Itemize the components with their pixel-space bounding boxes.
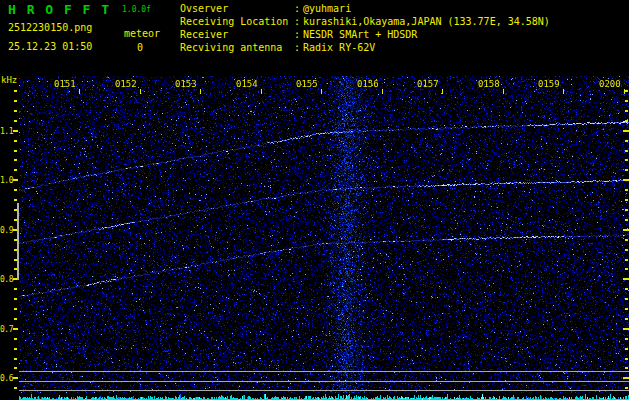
freq-minor-tick xyxy=(14,169,17,171)
freq-minor-tick xyxy=(14,110,17,112)
info-colon: : xyxy=(294,2,303,15)
freq-minor-tick xyxy=(625,110,628,112)
time-label: 0155 xyxy=(296,79,318,89)
freq-minor-tick xyxy=(625,169,628,171)
info-value: kurashiki,Okayama,JAPAN (133.77E, 34.58N… xyxy=(303,15,550,28)
frequency-range-marker xyxy=(17,203,19,280)
output-filename: 2512230150.png xyxy=(8,22,92,33)
info-label: Receiving Location xyxy=(180,15,294,28)
freq-label: 0.8 xyxy=(0,275,13,284)
freq-minor-tick xyxy=(14,318,17,320)
spectrogram-canvas xyxy=(19,76,629,393)
freq-minor-tick xyxy=(14,358,17,360)
freq-minor-tick xyxy=(14,150,17,152)
observer-info-block: Ovserver:@yuhmari Receiving Location:kur… xyxy=(180,2,550,54)
time-tick xyxy=(503,89,504,94)
time-label: 0159 xyxy=(538,79,560,89)
info-label: Ovserver xyxy=(180,2,294,15)
freq-minor-tick xyxy=(14,100,17,102)
freq-minor-tick xyxy=(625,239,628,241)
time-tick xyxy=(79,89,80,94)
meteor-count: 0 xyxy=(137,42,143,53)
observation-datetime: 25.12.23 01:50 xyxy=(8,41,92,52)
freq-label: 0.9 xyxy=(0,226,13,235)
freq-minor-tick xyxy=(14,387,17,389)
freq-minor-tick xyxy=(625,249,628,251)
freq-minor-tick xyxy=(14,189,17,191)
time-tick xyxy=(140,89,141,94)
freq-major-tick xyxy=(13,179,18,181)
time-tick xyxy=(261,89,262,94)
time-label: 0158 xyxy=(478,79,500,89)
freq-minor-tick xyxy=(14,348,17,350)
info-row-location: Receiving Location:kurashiki,Okayama,JAP… xyxy=(180,15,550,28)
freq-minor-tick xyxy=(625,159,628,161)
freq-minor-tick xyxy=(625,338,628,340)
freq-minor-tick xyxy=(14,120,17,122)
freq-major-tick xyxy=(13,130,18,132)
time-tick xyxy=(563,89,564,94)
freq-minor-tick xyxy=(625,120,628,122)
freq-label: 1.1 xyxy=(0,127,13,136)
freq-minor-tick xyxy=(625,90,628,92)
freq-label: 0.6 xyxy=(0,374,13,383)
app-version: 1.0.0f xyxy=(122,5,151,14)
freq-minor-tick xyxy=(14,159,17,161)
freq-minor-tick xyxy=(14,308,17,310)
time-tick xyxy=(321,89,322,94)
info-label: Receiver xyxy=(180,28,294,41)
time-label: 0152 xyxy=(115,79,137,89)
freq-minor-tick xyxy=(625,268,628,270)
time-tick xyxy=(200,89,201,94)
freq-minor-tick xyxy=(14,199,17,201)
freq-major-tick xyxy=(13,328,18,330)
app-title: H R O F F T xyxy=(8,2,111,17)
info-colon: : xyxy=(294,41,303,54)
freq-minor-tick xyxy=(625,308,628,310)
freq-minor-tick xyxy=(625,387,628,389)
freq-minor-tick xyxy=(625,367,628,369)
freq-minor-tick xyxy=(625,189,628,191)
info-row-antenna: Recviving antenna:Radix RY-62V xyxy=(180,41,550,54)
info-colon: : xyxy=(294,28,303,41)
time-label: 0200 xyxy=(599,79,621,89)
freq-major-tick xyxy=(623,229,629,231)
info-label: Recviving antenna xyxy=(180,41,294,54)
frequency-axis-unit: kHz xyxy=(1,75,17,85)
info-row-receiver: Receiver:NESDR SMArt + HDSDR xyxy=(180,28,550,41)
freq-minor-tick xyxy=(625,199,628,201)
info-colon: : xyxy=(294,15,303,28)
freq-major-tick xyxy=(623,278,629,280)
freq-major-tick xyxy=(623,377,629,379)
freq-minor-tick xyxy=(625,318,628,320)
freq-major-tick xyxy=(623,328,629,330)
info-value: NESDR SMArt + HDSDR xyxy=(303,28,417,41)
freq-minor-tick xyxy=(625,209,628,211)
freq-minor-tick xyxy=(14,298,17,300)
freq-minor-tick xyxy=(14,90,17,92)
time-label: 0157 xyxy=(417,79,439,89)
freq-minor-tick xyxy=(14,338,17,340)
freq-label: 0.7 xyxy=(0,325,13,334)
info-value: @yuhmari xyxy=(303,2,351,15)
freq-minor-tick xyxy=(625,219,628,221)
freq-minor-tick xyxy=(625,259,628,261)
reference-line xyxy=(19,371,629,372)
time-label: 0156 xyxy=(357,79,379,89)
noise-floor-strip-canvas xyxy=(19,393,629,400)
hrofft-screen: H R O F F T 1.0.0f 2512230150.png meteor… xyxy=(0,0,629,400)
reference-line xyxy=(19,390,629,391)
freq-minor-tick xyxy=(625,288,628,290)
time-label: 0153 xyxy=(175,79,197,89)
freq-minor-tick xyxy=(625,140,628,142)
freq-minor-tick xyxy=(625,150,628,152)
time-tick xyxy=(382,89,383,94)
time-tick xyxy=(442,89,443,94)
freq-minor-tick xyxy=(625,100,628,102)
freq-label: 1.0 xyxy=(0,176,13,185)
freq-major-tick xyxy=(13,377,18,379)
reference-line xyxy=(19,381,629,382)
freq-minor-tick xyxy=(625,358,628,360)
info-value: Radix RY-62V xyxy=(303,41,375,54)
freq-minor-tick xyxy=(14,288,17,290)
